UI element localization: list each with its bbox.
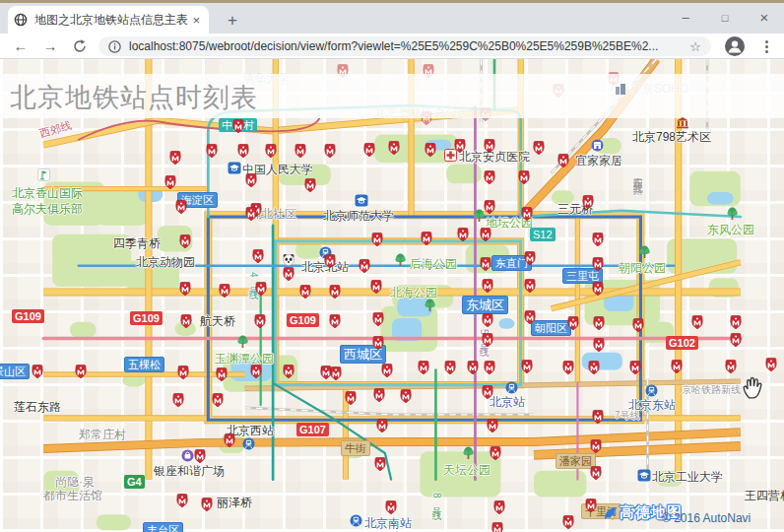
subway-station-marker[interactable] xyxy=(178,282,192,297)
subway-station-marker[interactable] xyxy=(282,365,295,379)
reload-button[interactable] xyxy=(69,35,91,57)
subway-station-marker[interactable] xyxy=(589,439,603,454)
subway-station-marker[interactable] xyxy=(399,389,413,404)
subway-station-marker[interactable] xyxy=(171,393,185,408)
subway-station-marker[interactable] xyxy=(690,315,704,330)
subway-station-marker[interactable] xyxy=(670,360,684,374)
subway-station-marker[interactable] xyxy=(592,338,606,353)
subway-station-marker[interactable] xyxy=(358,259,371,274)
subway-station-marker[interactable] xyxy=(236,144,250,159)
subway-station-marker[interactable] xyxy=(466,361,480,375)
subway-station-marker[interactable] xyxy=(764,358,778,372)
window-close-button[interactable]: × xyxy=(745,3,784,33)
subway-station-marker[interactable] xyxy=(479,228,492,242)
map-canvas[interactable]: 北京地铁站点时刻表 清华大学望京SOHO北京奥林匹克公园北京798艺术区宜家家居… xyxy=(0,59,784,532)
forward-button[interactable]: → xyxy=(39,35,61,57)
subway-station-marker[interactable] xyxy=(249,365,263,379)
subway-station-marker[interactable] xyxy=(483,139,496,154)
subway-station-marker[interactable] xyxy=(591,410,605,425)
subway-station-marker[interactable] xyxy=(420,232,433,246)
subway-station-marker[interactable] xyxy=(31,365,44,379)
subway-station-marker[interactable] xyxy=(323,144,337,159)
back-button[interactable]: ← xyxy=(10,35,32,57)
subway-station-marker[interactable] xyxy=(371,336,385,351)
subway-station-marker[interactable] xyxy=(168,151,182,166)
subway-station-marker[interactable] xyxy=(74,365,88,379)
subway-station-marker[interactable] xyxy=(375,419,389,433)
subway-station-marker[interactable] xyxy=(200,498,214,512)
subway-station-marker[interactable] xyxy=(581,195,595,210)
subway-station-marker[interactable] xyxy=(587,361,601,375)
subway-station-marker[interactable] xyxy=(205,144,219,159)
browser-tab[interactable]: 地图之北京地铁站点信息主表 × xyxy=(8,6,209,33)
subway-station-marker[interactable] xyxy=(179,314,193,329)
subway-station-marker[interactable] xyxy=(424,143,437,158)
subway-station-marker[interactable] xyxy=(178,234,192,249)
window-minimize-button[interactable]: – xyxy=(666,3,705,33)
subway-station-marker[interactable] xyxy=(362,143,376,158)
subway-station-marker[interactable] xyxy=(264,144,278,159)
subway-station-marker[interactable] xyxy=(729,333,743,348)
subway-station-marker[interactable] xyxy=(520,207,534,222)
subway-station-marker[interactable] xyxy=(517,170,531,185)
subway-station-marker[interactable] xyxy=(492,500,506,515)
subway-station-marker[interactable] xyxy=(175,494,189,508)
subway-station-marker[interactable] xyxy=(254,282,268,297)
subway-station-marker[interactable] xyxy=(328,314,342,329)
subway-station-marker[interactable] xyxy=(631,318,645,333)
tab-close-icon[interactable]: × xyxy=(189,13,203,28)
subway-station-marker[interactable] xyxy=(490,522,504,532)
subway-station-marker[interactable] xyxy=(298,285,312,299)
subway-station-marker[interactable] xyxy=(244,207,258,222)
subway-station-marker[interactable] xyxy=(479,257,492,272)
subway-station-marker[interactable] xyxy=(174,200,188,215)
subway-station-marker[interactable] xyxy=(294,144,307,159)
window-maximize-button[interactable]: □ xyxy=(705,3,745,33)
subway-station-marker[interactable] xyxy=(231,119,245,134)
subway-station-marker[interactable] xyxy=(561,361,575,375)
subway-station-marker[interactable] xyxy=(566,316,580,331)
subway-station-marker[interactable] xyxy=(729,315,743,330)
subway-station-marker[interactable] xyxy=(532,141,546,156)
subway-station-marker[interactable] xyxy=(483,200,496,215)
subway-station-marker[interactable] xyxy=(481,313,494,328)
browser-menu-icon[interactable] xyxy=(758,35,774,57)
subway-station-marker[interactable] xyxy=(628,361,642,375)
subway-station-marker[interactable] xyxy=(282,267,295,282)
subway-station-marker[interactable] xyxy=(323,254,337,269)
subway-station-marker[interactable] xyxy=(591,233,605,247)
subway-station-marker[interactable] xyxy=(371,312,385,327)
address-bar[interactable]: localhost:8075/webroot/decision/view/for… xyxy=(98,36,711,56)
subway-station-marker[interactable] xyxy=(591,257,605,272)
subway-station-marker[interactable] xyxy=(328,285,342,299)
subway-station-marker[interactable] xyxy=(561,515,575,530)
site-info-icon[interactable] xyxy=(108,40,121,53)
subway-station-marker[interactable] xyxy=(417,361,430,375)
subway-station-marker[interactable] xyxy=(218,284,231,299)
subway-station-marker[interactable] xyxy=(481,385,494,400)
subway-station-marker[interactable] xyxy=(176,366,190,380)
subway-station-marker[interactable] xyxy=(520,360,534,374)
subway-station-marker[interactable] xyxy=(489,446,502,461)
subway-station-marker[interactable] xyxy=(724,360,738,374)
new-tab-button[interactable]: + xyxy=(221,9,244,33)
subway-station-marker[interactable] xyxy=(303,178,317,193)
subway-station-marker[interactable] xyxy=(344,391,358,406)
subway-station-marker[interactable] xyxy=(486,419,499,433)
subway-station-marker[interactable] xyxy=(211,393,225,408)
subway-station-marker[interactable] xyxy=(523,251,537,266)
subway-station-marker[interactable] xyxy=(592,316,606,331)
subway-station-marker[interactable] xyxy=(481,279,494,294)
subway-station-marker[interactable] xyxy=(387,141,401,156)
subway-station-marker[interactable] xyxy=(483,361,496,375)
subway-station-marker[interactable] xyxy=(556,154,570,168)
subway-station-marker[interactable] xyxy=(483,170,496,185)
subway-station-marker[interactable] xyxy=(372,388,386,403)
subway-station-marker[interactable] xyxy=(523,310,537,325)
subway-station-marker[interactable] xyxy=(591,282,605,297)
subway-station-marker[interactable] xyxy=(369,280,383,295)
bookmark-star-icon[interactable]: ☆ xyxy=(689,39,701,54)
subway-station-marker[interactable] xyxy=(163,175,177,190)
subway-station-marker[interactable] xyxy=(215,367,229,382)
subway-station-marker[interactable] xyxy=(244,173,258,188)
